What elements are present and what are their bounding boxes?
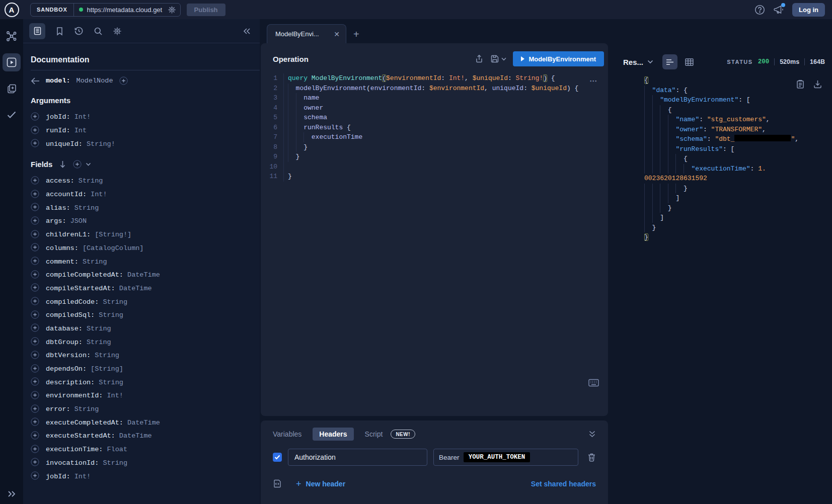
- insert-field-button[interactable]: [31, 283, 39, 292]
- code-line[interactable]: 3name: [261, 93, 608, 103]
- graphql-editor[interactable]: 1query ModelByEnvironment($environmentId…: [261, 73, 608, 182]
- set-shared-headers-link[interactable]: Set shared headers: [531, 480, 596, 488]
- code-line[interactable]: 4owner: [261, 103, 608, 113]
- expand-rail-icon[interactable]: [0, 490, 23, 498]
- table-view-icon[interactable]: [682, 54, 697, 69]
- response-dropdown-chevron-icon[interactable]: [647, 60, 653, 64]
- login-button[interactable]: Log in: [792, 3, 825, 17]
- save-icon[interactable]: [490, 54, 499, 63]
- json-line: }: [644, 223, 832, 233]
- environment-variables-icon[interactable]: [273, 479, 282, 488]
- insert-field-button[interactable]: [31, 270, 39, 279]
- field-name: access:: [46, 177, 74, 185]
- insert-field-button[interactable]: [31, 323, 39, 332]
- field-row: compiledCode: String: [31, 294, 260, 308]
- history-icon[interactable]: [74, 26, 84, 36]
- new-tab-button[interactable]: +: [353, 29, 359, 39]
- header-key-input[interactable]: Authorization: [288, 449, 427, 466]
- endpoint-url-field[interactable]: https://metadata.cloud.get: [74, 4, 180, 16]
- code-line[interactable]: 10: [261, 162, 608, 172]
- endpoint-url[interactable]: https://metadata.cloud.get: [87, 6, 164, 14]
- response-json[interactable]: {"data": {"modelByEnvironment": [{"name"…: [644, 75, 832, 242]
- bookmarks-icon[interactable]: [55, 27, 64, 36]
- response-title[interactable]: Res...: [623, 58, 643, 66]
- sort-fields-icon[interactable]: [59, 160, 66, 168]
- save-options-chevron-icon[interactable]: [501, 57, 506, 61]
- documentation-tab-icon[interactable]: [29, 23, 45, 39]
- insert-field-button[interactable]: [31, 203, 39, 211]
- insert-field-button[interactable]: [31, 391, 39, 399]
- code-line[interactable]: 9}: [261, 152, 608, 162]
- insert-field-button[interactable]: [31, 176, 39, 185]
- insert-field-button[interactable]: [31, 139, 39, 147]
- code-line[interactable]: 2modelByEnvironment(environmentId: $envi…: [261, 83, 608, 94]
- explorer-icon[interactable]: [3, 53, 21, 71]
- insert-field-button[interactable]: [31, 112, 39, 121]
- insert-field-button[interactable]: [31, 364, 39, 373]
- auth-token-placeholder[interactable]: YOUR_AUTH_TOKEN: [464, 452, 531, 462]
- editor-menu-icon[interactable]: ⋯: [589, 76, 598, 86]
- help-icon[interactable]: [754, 5, 765, 15]
- collapse-sidebar-icon[interactable]: [243, 28, 251, 35]
- insert-field-button[interactable]: [31, 257, 39, 265]
- keyboard-shortcuts-icon[interactable]: [588, 379, 599, 387]
- breadcrumb-type[interactable]: ModelNode: [77, 77, 113, 85]
- insert-field-button[interactable]: [31, 458, 39, 466]
- run-operation-button[interactable]: ModelByEnvironment: [513, 51, 604, 66]
- tab-script[interactable]: Script: [365, 430, 383, 438]
- apollo-logo[interactable]: A: [0, 3, 23, 17]
- insert-field-button[interactable]: [31, 377, 39, 386]
- close-tab-icon[interactable]: ✕: [334, 30, 340, 38]
- delete-header-icon[interactable]: [587, 453, 596, 462]
- checks-icon[interactable]: [3, 106, 21, 124]
- code-line[interactable]: 5schema: [261, 113, 608, 123]
- insert-field-button[interactable]: [31, 431, 39, 440]
- insert-field-button[interactable]: [31, 190, 39, 198]
- insert-field-button[interactable]: [31, 404, 39, 413]
- line-number: 10: [261, 162, 284, 172]
- field-row: args: JSON: [31, 214, 260, 227]
- insert-type-button[interactable]: [119, 76, 128, 85]
- save-group: [490, 54, 506, 63]
- collapse-request-panel-icon[interactable]: [588, 431, 596, 438]
- raw-view-icon[interactable]: [662, 54, 677, 69]
- code-line[interactable]: 8}: [261, 142, 608, 152]
- share-icon[interactable]: [475, 54, 484, 63]
- insert-field-button[interactable]: [31, 216, 39, 225]
- new-header-button[interactable]: + New header: [296, 480, 345, 488]
- insert-field-button[interactable]: [31, 351, 39, 359]
- download-response-icon[interactable]: [813, 79, 822, 89]
- schema-graph-icon[interactable]: [3, 27, 21, 45]
- insert-field-button[interactable]: [31, 297, 39, 305]
- insert-field-button[interactable]: [31, 471, 39, 480]
- code-line[interactable]: 1query ModelByEnvironment($environmentId…: [261, 73, 608, 83]
- announcements-icon[interactable]: [773, 5, 784, 15]
- schema-settings-gear-icon[interactable]: [113, 27, 122, 36]
- insert-field-button[interactable]: [31, 243, 39, 251]
- request-settings-panel: Variables Headers Script NEW! Authorizat…: [261, 421, 608, 504]
- endpoint-settings-gear-icon[interactable]: [168, 6, 176, 14]
- operation-tab[interactable]: ModelByEnvi... ✕: [267, 24, 346, 43]
- insert-field-button[interactable]: [31, 417, 39, 426]
- code-line[interactable]: 7executionTime: [261, 132, 608, 142]
- back-arrow-icon[interactable]: [31, 77, 40, 85]
- header-enabled-checkbox[interactable]: [273, 453, 282, 462]
- insert-field-button[interactable]: [31, 126, 39, 134]
- sandbox-collections-icon[interactable]: [3, 79, 21, 98]
- copy-response-icon[interactable]: [796, 79, 804, 89]
- operation-title: Operation: [273, 55, 309, 63]
- insert-field-button[interactable]: [31, 337, 39, 346]
- add-all-fields-button[interactable]: [73, 160, 82, 169]
- fields-options-chevron-icon[interactable]: [86, 162, 91, 166]
- insert-field-button[interactable]: [31, 230, 39, 238]
- search-icon[interactable]: [94, 27, 103, 36]
- tab-variables[interactable]: Variables: [273, 430, 301, 438]
- code-line[interactable]: 11}: [261, 172, 608, 182]
- publish-button[interactable]: Publish: [187, 4, 225, 16]
- code-line[interactable]: 6runResults {: [261, 123, 608, 133]
- tab-headers[interactable]: Headers: [313, 428, 353, 441]
- insert-field-button[interactable]: [31, 445, 39, 453]
- json-line: ]: [644, 193, 832, 203]
- insert-field-button[interactable]: [31, 310, 39, 319]
- header-value-input[interactable]: Bearer YOUR_AUTH_TOKEN: [433, 449, 578, 466]
